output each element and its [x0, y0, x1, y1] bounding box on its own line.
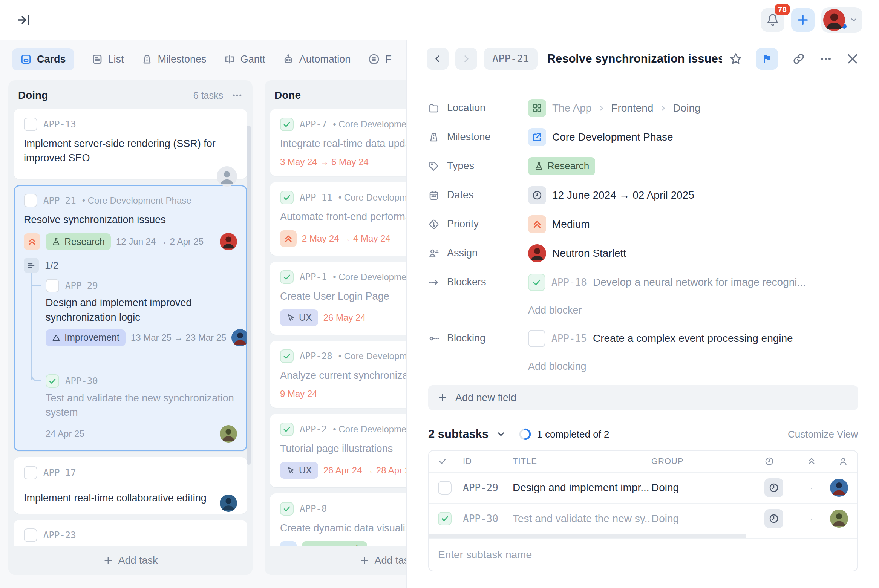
- flask-icon: [52, 237, 61, 246]
- customize-view-button[interactable]: Customize View: [788, 429, 858, 440]
- task-card-app-28[interactable]: APP-28 Core Development Phase Analyze cu…: [270, 341, 406, 408]
- add-button[interactable]: [791, 8, 815, 32]
- back-button[interactable]: [427, 48, 449, 70]
- task-checkbox[interactable]: [24, 466, 37, 479]
- add-new-field-button[interactable]: Add new field: [428, 385, 858, 410]
- add-blocker-button[interactable]: Add blocker: [428, 297, 858, 324]
- task-card-app-13[interactable]: APP-13 Implement server-side rendering (…: [14, 109, 247, 179]
- blocking-checkbox[interactable]: [528, 330, 545, 347]
- assignee-avatar[interactable]: [220, 425, 237, 443]
- task-checkbox[interactable]: [280, 349, 294, 363]
- add-task-button[interactable]: Add task: [265, 546, 406, 575]
- column-header-id[interactable]: ID: [463, 456, 513, 466]
- assignee-value[interactable]: Neutron Starlett: [528, 244, 626, 262]
- collapse-sidebar-icon[interactable]: [17, 13, 30, 27]
- subtask-card-app-29[interactable]: APP-29 Design and implement improved syn…: [24, 279, 237, 368]
- priority-value[interactable]: Medium: [528, 215, 590, 233]
- chevron-down-icon[interactable]: [496, 429, 506, 439]
- tab-partial[interactable]: F: [368, 53, 392, 65]
- assignee-avatar[interactable]: [220, 233, 237, 250]
- subtask-checkbox[interactable]: [46, 374, 59, 388]
- clock-icon[interactable]: [764, 478, 783, 497]
- forward-button[interactable]: [455, 48, 477, 70]
- task-card-app-17[interactable]: APP-17 Implement real-time collaborative…: [14, 457, 247, 514]
- column-menu-icon[interactable]: [231, 90, 243, 101]
- star-icon[interactable]: [729, 52, 743, 66]
- task-id-chip[interactable]: APP-21: [484, 48, 538, 70]
- account-menu[interactable]: [821, 7, 862, 33]
- board-area: Cards List Milestones Gantt Automation F: [0, 40, 406, 588]
- task-checkbox[interactable]: [24, 528, 37, 542]
- milestone-value[interactable]: Core Development Phase: [528, 128, 673, 146]
- blocker-item[interactable]: APP-18 Develop a neural network for imag…: [528, 274, 806, 291]
- task-card-app-21[interactable]: APP-21 Core Development Phase Resolve sy…: [14, 185, 247, 451]
- notifications-button[interactable]: 78: [761, 8, 784, 32]
- tag-label: UX: [299, 465, 312, 476]
- task-checkbox[interactable]: [24, 194, 37, 207]
- priority-cell-empty[interactable]: ·: [799, 482, 824, 494]
- plus-icon: [103, 555, 113, 566]
- task-checkbox[interactable]: [280, 270, 294, 284]
- subtask-checkbox[interactable]: [46, 279, 59, 292]
- type-tag-research[interactable]: Research: [46, 233, 111, 250]
- task-card-app-2[interactable]: APP-2 Core Development Phase Tutorial pa…: [270, 414, 406, 487]
- subtasks-title: 2 subtasks: [428, 427, 489, 441]
- add-new-field-label: Add new field: [455, 392, 516, 404]
- tab-list[interactable]: List: [92, 54, 124, 65]
- add-blocking-button[interactable]: Add blocking: [428, 353, 858, 380]
- assignee-name: Neutron Starlett: [552, 247, 626, 259]
- type-tag-improvement[interactable]: Improvement: [46, 329, 126, 346]
- dates-text: 12 June 2024 → 02 April 2025: [552, 189, 694, 201]
- type-tag-ux: UX: [280, 309, 318, 326]
- task-checkbox[interactable]: [280, 118, 294, 131]
- assignee-avatar[interactable]: [231, 329, 247, 346]
- task-card-app-1[interactable]: APP-1 Core Development Phase Create User…: [270, 262, 406, 335]
- tab-automation[interactable]: Automation: [283, 54, 351, 65]
- field-label: Blockers: [447, 276, 486, 288]
- close-icon[interactable]: [846, 52, 859, 66]
- task-checkbox[interactable]: [24, 118, 37, 131]
- add-task-button[interactable]: Add task: [8, 546, 253, 575]
- breadcrumb[interactable]: The App Frontend Doing: [528, 99, 701, 117]
- column-scrollbar[interactable]: [247, 126, 251, 465]
- task-checkbox[interactable]: [280, 502, 294, 516]
- column-header-title[interactable]: TITLE: [513, 456, 651, 466]
- priority-medium-icon[interactable]: [24, 233, 40, 250]
- assignee-avatar[interactable]: [830, 510, 848, 528]
- new-subtask-input[interactable]: [438, 549, 848, 561]
- horizontal-scrollbar[interactable]: [429, 534, 746, 538]
- dates-value[interactable]: 12 June 2024 → 02 April 2025: [528, 186, 694, 204]
- subtask-card-app-30[interactable]: APP-30 Test and validate the new synchro…: [24, 374, 237, 443]
- task-title[interactable]: Resolve synchronization issues: [547, 52, 722, 66]
- chevron-right-icon: [597, 104, 605, 112]
- assignee-placeholder-icon[interactable]: [217, 166, 237, 187]
- task-detail-panel: APP-21 Resolve synchronization issues Lo…: [406, 40, 879, 588]
- flag-button[interactable]: [756, 48, 778, 70]
- copy-link-icon[interactable]: [792, 52, 806, 66]
- clock-icon[interactable]: [764, 509, 783, 528]
- topbar: 78: [0, 0, 879, 40]
- tab-gantt[interactable]: Gantt: [224, 54, 265, 65]
- subtask-date: 24 Apr 25: [46, 429, 84, 439]
- type-tag-research[interactable]: Research: [528, 157, 595, 175]
- task-card-app-11[interactable]: APP-11 Core Development Phase Automate f…: [270, 182, 406, 255]
- blocker-checkbox[interactable]: [528, 274, 545, 291]
- subtask-checkbox[interactable]: [438, 481, 452, 495]
- task-id: APP-28: [300, 351, 332, 361]
- assignee-avatar[interactable]: [220, 495, 237, 512]
- more-options-icon[interactable]: [819, 52, 832, 65]
- task-checkbox[interactable]: [280, 191, 294, 204]
- task-card-app-7[interactable]: APP-7 Core Development Phase Integrate r…: [270, 109, 406, 176]
- assignee-avatar[interactable]: [830, 479, 848, 497]
- blocking-title: Create a complex event processing engine: [593, 332, 793, 345]
- subtask-row-app-30[interactable]: APP-30 Test and validate the new sy... D…: [429, 503, 857, 534]
- tab-milestones[interactable]: Milestones: [141, 54, 207, 65]
- column-header-group[interactable]: GROUP: [651, 456, 764, 466]
- priority-cell-empty[interactable]: ·: [799, 513, 824, 525]
- tab-cards[interactable]: Cards: [12, 48, 74, 70]
- blocking-item[interactable]: APP-15 Create a complex event processing…: [528, 330, 793, 347]
- subtask-checkbox[interactable]: [438, 512, 452, 525]
- subtask-row-app-29[interactable]: APP-29 Design and implement impr... Doin…: [429, 472, 857, 503]
- robot-icon: [283, 54, 294, 65]
- task-checkbox[interactable]: [280, 423, 294, 436]
